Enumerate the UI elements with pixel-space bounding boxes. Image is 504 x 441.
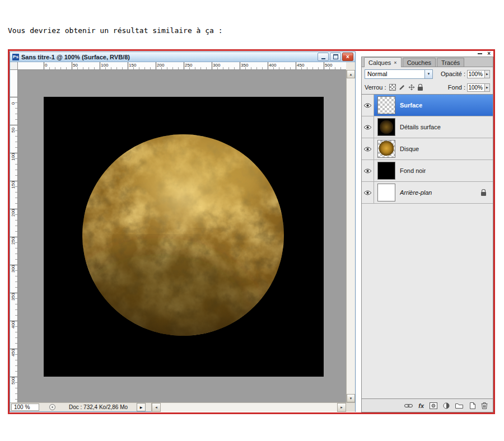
opacity-field[interactable]: 100% [467,70,485,78]
planet-image [82,134,284,336]
scroll-down-button[interactable]: ▼ [347,394,355,402]
close-button[interactable]: × [342,53,353,61]
tab-couches[interactable]: Couches [403,58,436,67]
layer-style-icon[interactable]: fx [418,402,424,409]
ruler-tick-label: 250 [185,63,192,68]
layer-row-main[interactable]: Arrière-plan [374,182,493,203]
window-buttons: × [318,53,353,61]
ruler-tick-label: 300 [11,265,16,273]
visibility-toggle[interactable] [362,138,374,159]
delete-layer-icon[interactable] [481,402,488,409]
document-titlebar[interactable]: Ps Sans titre-1 @ 100% (Surface, RVB/8) … [10,52,355,62]
eye-icon [363,125,372,130]
layer-row[interactable]: Arrière-plan [362,182,493,204]
layer-row-main[interactable]: Disque [374,138,493,159]
visibility-toggle[interactable] [362,116,374,138]
layer-name: Détails surface [400,124,441,130]
ruler-tick-label: 400 [269,63,276,68]
ruler-tick-label: 500 [325,63,332,68]
layer-name: Disque [400,146,419,152]
palette-box: Calques × Couches Tracés Normal ▼ Opacit… [361,57,493,412]
layer-thumbnail[interactable] [377,96,395,114]
artboard[interactable] [44,97,324,377]
tab-traces[interactable]: Tracés [437,58,464,67]
fill-label: Fond : [448,84,465,91]
status-menu-button[interactable]: ▶ [137,403,146,411]
palette-close-icon[interactable]: × [487,51,491,56]
blend-mode-select[interactable]: Normal ▼ [365,69,433,79]
palette-minimize-icon[interactable] [478,53,482,54]
document-size-info: Doc : 732,4 Ko/2,86 Mo [69,404,128,410]
screenshot-frame: Ps Sans titre-1 @ 100% (Surface, RVB/8) … [8,49,495,414]
layer-row-main[interactable]: Détails surface [374,116,493,138]
layer-row[interactable]: Fond noir [362,160,493,182]
zoom-level-field[interactable]: 100 % [11,404,39,411]
new-group-icon[interactable] [455,402,463,409]
ruler-tick-label: 350 [241,63,248,68]
horizontal-scrollbar[interactable]: ◄ ► [151,403,346,412]
layer-thumbnail[interactable] [377,162,395,180]
adjustment-layer-icon[interactable] [443,402,450,409]
layer-row[interactable]: Disque [362,138,493,160]
layer-row[interactable]: Surface [362,95,493,116]
layer-name: Surface [400,102,422,109]
vertical-scrollbar[interactable]: ▲ ▼ [346,70,355,402]
ruler-tick-label: 0 [45,63,47,68]
visibility-toggle[interactable] [362,182,374,203]
chevron-down-icon[interactable]: ▼ [424,70,432,78]
scroll-left-button[interactable]: ◄ [152,403,161,412]
blend-mode-value: Normal [367,71,387,77]
ruler-tick-label: 450 [11,349,16,356]
visibility-toggle[interactable] [362,95,374,116]
lock-all-icon[interactable] [418,87,423,91]
vertical-scroll-track[interactable] [347,78,355,394]
scroll-right-button[interactable]: ► [337,403,346,412]
opacity-label: Opacité : [441,71,465,77]
layer-name: Arrière-plan [400,189,432,196]
minimize-button[interactable] [318,53,329,61]
ruler-tick-label: 50 [11,128,16,133]
fill-spinner-icon[interactable]: ▶ [485,83,490,92]
scrollbar-corner [346,403,355,412]
ruler-tick-label: 100 [101,63,108,68]
lock-move-icon[interactable] [408,84,415,91]
layer-row-main[interactable]: Fond noir [374,160,493,181]
layer-row[interactable]: Détails surface [362,116,493,138]
tab-close-icon[interactable]: × [394,60,396,65]
lock-buttons [389,84,423,91]
maximize-icon [333,54,338,59]
tab-calques-label: Calques [368,59,391,66]
palette-group-titlebar: × [361,51,493,57]
ruler-tick-label: 100 [11,153,16,161]
lock-transparency-icon[interactable] [389,84,396,91]
fill-field[interactable]: 100% [467,83,485,92]
ruler-tick-label: 150 [129,63,136,68]
maximize-button[interactable] [330,53,341,61]
visibility-toggle[interactable] [362,160,374,181]
tab-calques[interactable]: Calques × [364,57,402,67]
scroll-up-button[interactable]: ▲ [347,70,355,78]
eye-icon [363,103,372,108]
layer-thumbnail[interactable] [377,140,395,158]
canvas-area[interactable] [18,70,346,402]
ruler-tick-label: 350 [11,293,16,301]
ruler-tick-label: 400 [11,321,16,329]
layer-thumbnail[interactable] [377,118,395,136]
palette-tab-bar: Calques × Couches Tracés [362,57,493,67]
layer-row-main[interactable]: Surface [374,95,493,116]
lock-paint-icon[interactable] [399,84,405,91]
horizontal-scroll-track[interactable] [161,403,337,412]
add-layer-mask-icon[interactable] [430,402,437,409]
document-title: Sans titre-1 @ 100% (Surface, RVB/8) [21,54,318,60]
new-layer-icon[interactable] [469,402,475,409]
ruler-tick-label: 150 [11,181,16,189]
eye-icon [363,147,372,152]
ruler-tick-label: 250 [11,237,16,245]
link-layers-icon[interactable] [404,403,413,409]
eye-icon [363,190,372,195]
ruler-tick-label: 0 [11,102,16,105]
opacity-spinner-icon[interactable]: ▶ [485,70,490,78]
tab-traces-label: Tracés [441,59,460,66]
status-bar: 100 % Doc : 732,4 Ko/2,86 Mo ▶ ◄ ► [10,402,355,411]
layer-thumbnail[interactable] [377,184,395,201]
